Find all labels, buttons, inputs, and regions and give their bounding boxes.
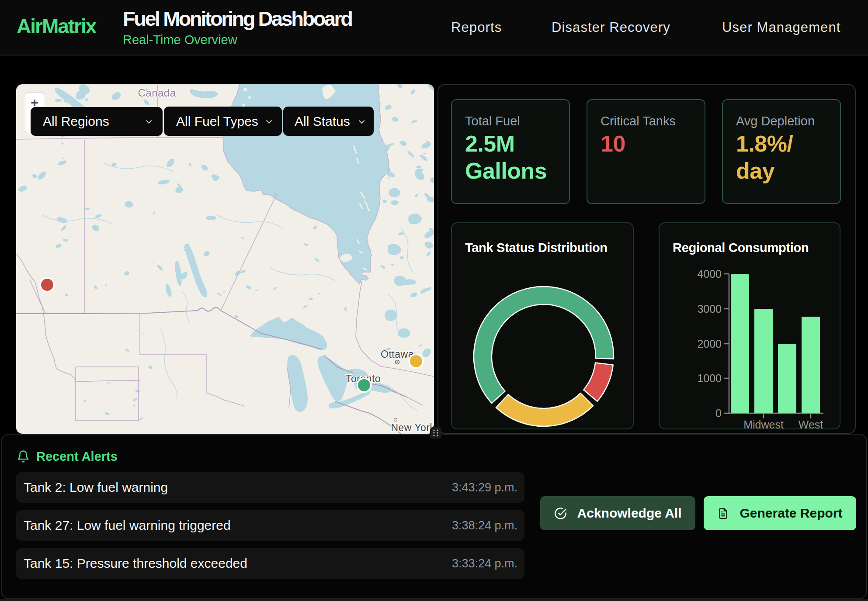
svg-text:New York: New York [391, 422, 434, 433]
svg-text:2000: 2000 [697, 338, 722, 350]
svg-text:West: West [799, 418, 823, 430]
svg-text:4000: 4000 [697, 268, 722, 280]
svg-text:Canada: Canada [138, 87, 176, 99]
svg-text:1000: 1000 [697, 372, 722, 384]
svg-text:Ottawa: Ottawa [381, 349, 414, 360]
svg-text:0: 0 [715, 407, 722, 419]
svg-text:3000: 3000 [697, 303, 722, 315]
svg-text:Midwest: Midwest [743, 418, 784, 430]
